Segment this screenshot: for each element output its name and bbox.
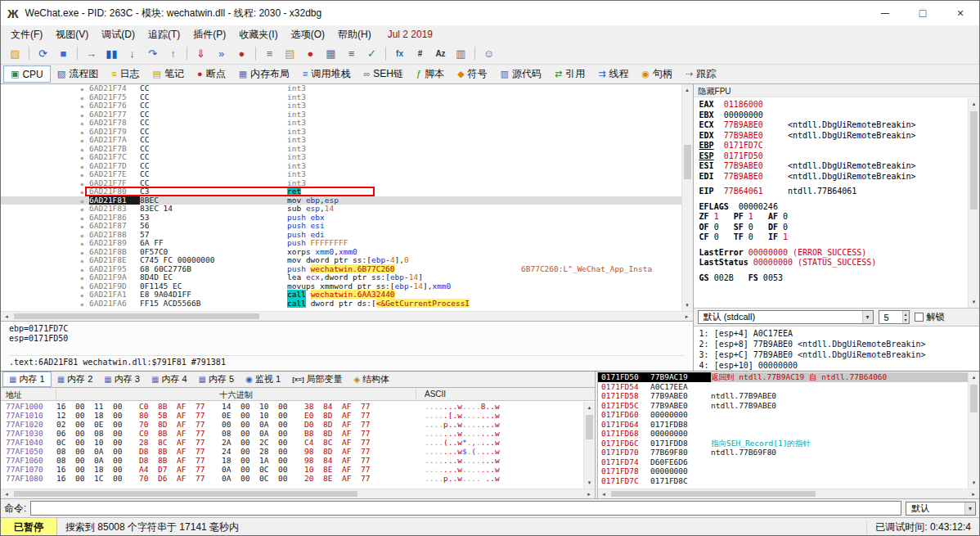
dump-vscrollbar[interactable]: ▴ ▾ xyxy=(583,402,595,489)
tab-dump-5[interactable]: ▦内存 5 xyxy=(193,372,241,387)
register-row[interactable]: ZF 1 PF 1 AF 0 xyxy=(699,212,962,223)
dump-row[interactable]: 77AF106008000A00D88BAF7718001A009884AF77… xyxy=(1,456,583,465)
disasm-row[interactable]: ●6AD21F78CCint3 xyxy=(1,119,681,128)
notes-button[interactable]: ▤ xyxy=(280,45,300,63)
call-stack-button[interactable]: ≡ xyxy=(341,45,362,63)
command-input[interactable] xyxy=(30,501,901,516)
step-over-button[interactable]: ↷ xyxy=(142,45,163,63)
tab-notes[interactable]: ▤笔记 xyxy=(146,65,191,83)
chevron-down-icon[interactable]: ▾ xyxy=(964,502,975,515)
breakpoints-button[interactable]: ● xyxy=(300,45,321,63)
stop-button[interactable]: ■ xyxy=(53,45,74,63)
scroll-down-icon[interactable]: ▾ xyxy=(969,477,979,489)
argument-count-spinner[interactable]: 5 ▴▾ xyxy=(879,310,910,324)
menu-item-调试D[interactable]: 调试(D) xyxy=(95,26,142,43)
command-profile-select[interactable]: 默认 ▾ xyxy=(906,502,976,516)
scroll-down-icon[interactable]: ▾ xyxy=(682,300,693,311)
breakpoint-gutter[interactable]: ● xyxy=(1,196,89,205)
tab-graph[interactable]: ▧流程图 xyxy=(51,65,105,83)
disasm-row[interactable]: ●6AD21F8383EC 14sub esp,14 xyxy=(1,205,681,214)
scroll-thumb[interactable] xyxy=(14,491,357,497)
pause-button[interactable]: ▮▮ xyxy=(101,45,122,63)
tab-script[interactable]: ƒ脚本 xyxy=(410,65,451,83)
breakpoint-gutter[interactable]: ● xyxy=(1,128,89,137)
stack-row[interactable]: 0171FD5877B9ABE0ntdll.77B9ABE0 xyxy=(598,391,968,401)
disasm-row[interactable]: ●6AD21F74CCint3 xyxy=(1,84,681,93)
spinner-arrows-icon[interactable]: ▴▾ xyxy=(902,311,909,323)
tab-locals[interactable]: [x=]局部变量 xyxy=(286,372,348,387)
breakpoint-gutter[interactable]: ● xyxy=(1,205,89,214)
menu-item-文件F[interactable]: 文件(F) xyxy=(4,26,49,43)
tab-cpu[interactable]: ▣CPU xyxy=(3,65,51,83)
tab-log[interactable]: ≡日志 xyxy=(105,65,146,83)
scroll-track[interactable] xyxy=(12,312,681,321)
register-row[interactable]: CF 0 TF 0 IF 1 xyxy=(699,232,962,243)
scroll-right-icon[interactable]: ▸ xyxy=(968,489,979,499)
registers-pane[interactable]: 隐藏FPU EAX 01186000EBX 00000000ECX 77B9AB… xyxy=(694,84,979,309)
stack-row[interactable]: 0171FD7800000000 xyxy=(598,466,968,476)
crc-hash-button[interactable]: # xyxy=(410,45,430,63)
tab-dump-4[interactable]: ▦内存 4 xyxy=(146,372,193,387)
argument-row[interactable]: 4: [esp+10] 00000000 xyxy=(699,360,973,371)
breakpoint-gutter[interactable]: ● xyxy=(1,170,89,179)
dump-row[interactable]: 77AF101012001800805BAF770E001000E08DAF77… xyxy=(1,411,583,420)
maximize-button[interactable]: □ xyxy=(904,1,942,25)
stack-row[interactable]: 0171FD5C77B9ABE0ntdll.77B9ABE0 xyxy=(598,401,968,411)
hide-fpu-button[interactable]: 隐藏FPU xyxy=(694,84,979,97)
menu-item-插件P[interactable]: 插件(P) xyxy=(187,26,232,43)
scroll-track[interactable] xyxy=(609,489,968,498)
breakpoint-gutter[interactable]: ● xyxy=(1,84,89,93)
dump-row[interactable]: 77AF100016001100C08BAF77140010003884AF77… xyxy=(1,402,583,411)
calling-convention-select[interactable]: 默认 (stdcall) ▾ xyxy=(698,310,874,324)
tab-breakpoints[interactable]: ●断点 xyxy=(191,65,232,83)
checkbox-icon[interactable] xyxy=(915,313,924,322)
donate-smiley-button[interactable]: ☺ xyxy=(479,45,499,63)
dump-row[interactable]: 77AF107016001800A4D7AF770A000C00108EAF77… xyxy=(1,465,583,474)
stack-pane[interactable]: 0171FD5077B9AC19返回到 ntdll.77B9AC19 自 ntd… xyxy=(598,372,979,489)
open-file-button[interactable]: ▨ xyxy=(5,45,25,63)
register-row[interactable]: EAX 01186000 xyxy=(699,100,962,110)
disasm-row[interactable]: ●6AD21F76CCint3 xyxy=(1,101,681,110)
tab-call-stack[interactable]: ≡调用堆栈 xyxy=(296,65,357,83)
disasm-row[interactable]: ●6AD21F7CCCint3 xyxy=(1,153,681,162)
breakpoint-gutter[interactable]: ● xyxy=(1,300,89,309)
disasm-row[interactable]: ●6AD21F8756push esi xyxy=(1,222,681,231)
breakpoint-gutter[interactable]: ● xyxy=(1,256,89,265)
argument-row[interactable]: 2: [esp+8] 77B9ABE0 <ntdll.DbgUiRemoteBr… xyxy=(699,339,973,349)
animate-into-button[interactable]: » xyxy=(211,45,232,63)
execute-till-return-button[interactable]: ↑ xyxy=(163,45,183,63)
scroll-thumb[interactable] xyxy=(14,313,259,319)
tab-seh[interactable]: ∞SEH链 xyxy=(357,65,410,83)
menu-item-帮助H[interactable]: 帮助(H) xyxy=(331,26,378,43)
breakpoint-gutter[interactable]: ● xyxy=(1,222,89,231)
scroll-up-icon[interactable]: ▴ xyxy=(969,372,979,383)
menu-item-收藏夹I[interactable]: 收藏夹(I) xyxy=(232,26,284,43)
tab-handles[interactable]: ◉句柄 xyxy=(635,65,679,83)
disasm-row[interactable]: ●6AD21FA6FF15 ACD5566Bcall dword ptr ds:… xyxy=(1,300,681,309)
stack-row[interactable]: 0171FD74D60FE6D6 xyxy=(598,457,968,467)
scroll-right-icon[interactable]: ▸ xyxy=(583,489,595,499)
breakpoint-gutter[interactable]: ● xyxy=(1,214,89,223)
stack-row[interactable]: 0171FD6800000000 xyxy=(598,429,968,439)
help-button[interactable]: ▥ xyxy=(451,45,471,63)
menu-item-视图V[interactable]: 视图(V) xyxy=(49,26,95,43)
scroll-thumb[interactable] xyxy=(684,145,691,179)
breakpoint-gutter[interactable]: ● xyxy=(1,93,89,102)
scroll-up-icon[interactable]: ▴ xyxy=(969,98,979,110)
register-row[interactable]: OF 0 SF 0 DF 0 xyxy=(699,223,962,233)
chevron-down-icon[interactable]: ▾ xyxy=(862,311,873,323)
restart-button[interactable]: ⟳ xyxy=(33,45,53,63)
stack-hscrollbar[interactable]: ◂ ▸ xyxy=(598,489,979,498)
tab-struct[interactable]: ◈结构体 xyxy=(348,372,396,387)
dump-hscrollbar[interactable]: ◂ ▸ xyxy=(1,489,595,498)
run-button[interactable]: → xyxy=(81,45,101,63)
stack-row[interactable]: 0171FD7C0171FD8C xyxy=(598,476,968,486)
disasm-row[interactable]: ●6AD21F7ECCint3 xyxy=(1,170,681,179)
breakpoint-gutter[interactable]: ● xyxy=(1,110,89,119)
scroll-thumb[interactable] xyxy=(586,415,593,439)
disasm-row[interactable]: ●6AD21F7ACCint3 xyxy=(1,136,681,145)
breakpoint-gutter[interactable]: ● xyxy=(1,145,89,154)
argument-row[interactable]: 3: [esp+C] 77B9ABE0 <ntdll.DbgUiRemoteBr… xyxy=(699,349,973,360)
patches-button[interactable]: ✓ xyxy=(362,45,382,63)
scroll-up-icon[interactable]: ▴ xyxy=(682,84,693,96)
